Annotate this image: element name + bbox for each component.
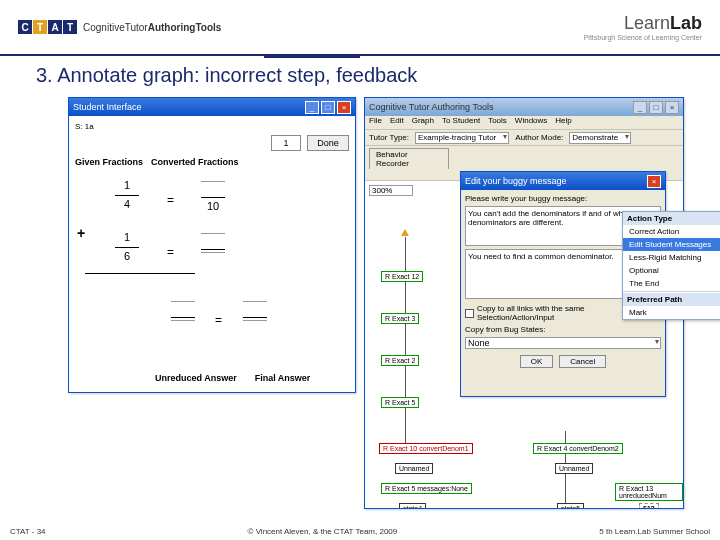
footer-left: CTAT - 34 (10, 527, 46, 536)
behavior-recorder-tab[interactable]: Behavior Recorder (369, 148, 449, 169)
ctat-label-bold: AuthoringTools (148, 22, 222, 33)
ctat-logo-t: T (33, 20, 47, 34)
state-node-b13[interactable]: §13 (639, 503, 659, 508)
final-answer[interactable] (243, 299, 267, 334)
ctx-edit-messages[interactable]: Edit Student Messages (623, 238, 720, 251)
student-section-label: S: 1a (75, 122, 349, 131)
final-label: Final Answer (255, 373, 311, 383)
sum-line (85, 273, 195, 274)
slide-title: 3. Annotate graph: incorrect step, feedb… (0, 56, 720, 93)
ok-button[interactable]: OK (520, 355, 554, 368)
close-button[interactable]: × (647, 175, 661, 188)
converted-fraction-2[interactable] (201, 231, 225, 266)
edge-label[interactable]: R Exact 4 convertDenom2 (533, 443, 623, 454)
state-node[interactable]: Unnamed (555, 463, 593, 474)
footer-right: 5 th Learn.Lab Summer School (599, 527, 710, 536)
graph-edge (405, 237, 406, 447)
ctx-optional[interactable]: Optional (623, 264, 720, 277)
given-den-1: 4 (115, 198, 139, 212)
author-mode-dropdown[interactable]: Demonstrate (569, 132, 631, 144)
student-interface-title: Student Interface (73, 102, 142, 112)
ctat-logo-t2: T (63, 20, 77, 34)
unreduced-label: Unreduced Answer (155, 373, 237, 383)
learnlab-light: Learn (624, 13, 670, 33)
menu-file[interactable]: File (369, 116, 382, 129)
given-fraction-1: 1 4 (115, 179, 139, 212)
zoom-level[interactable]: 300% (369, 185, 413, 196)
converted-fractions-label: Converted Fractions (151, 157, 239, 167)
equals-1: = (167, 193, 174, 207)
learnlab-bold: Lab (670, 13, 702, 33)
cancel-button[interactable]: Cancel (559, 355, 606, 368)
edge-label[interactable]: R Exact 12 (381, 271, 423, 282)
edge-label-buggy[interactable]: R Exact 10 convertDenom1 (379, 443, 473, 454)
copy-from-dropdown[interactable]: None (465, 337, 661, 349)
ctat-logo-text: CognitiveTutorAuthoringTools (83, 22, 221, 33)
ctx-the-end[interactable]: The End (623, 277, 720, 290)
minimize-button[interactable]: _ (633, 101, 647, 114)
student-interface-window: Student Interface _ □ × S: 1a 1 Done Giv… (68, 97, 356, 393)
copy-all-links-checkbox[interactable] (465, 309, 474, 318)
menu-bar[interactable]: File Edit Graph To Student Tools Windows… (365, 116, 683, 130)
maximize-button[interactable]: □ (321, 101, 335, 114)
student-interface-titlebar[interactable]: Student Interface _ □ × (69, 98, 355, 116)
edge-label[interactable]: R Exact 5 messages:None (381, 483, 472, 494)
buggy-title: Edit your buggy message (465, 176, 567, 186)
authoring-title: Cognitive Tutor Authoring Tools (369, 102, 493, 112)
state-node[interactable]: Unnamed (395, 463, 433, 474)
author-mode-label: Author Mode: (515, 133, 563, 142)
ctat-label-light: CognitiveTutor (83, 22, 148, 33)
state-node[interactable]: state5 (557, 503, 584, 508)
learnlab-logo: LearnLab Pittsburgh Science of Learning … (584, 13, 702, 41)
edge-label[interactable]: R Exact 3 (381, 313, 419, 324)
tutor-type-dropdown[interactable]: Example-tracing Tutor (415, 132, 509, 144)
copy-from-label: Copy from Bug States: (465, 325, 661, 334)
ctx-mark[interactable]: Mark (623, 306, 720, 319)
slide-footer: CTAT - 34 © Vincent Aleven, & the CTAT T… (0, 527, 720, 536)
authoring-titlebar[interactable]: Cognitive Tutor Authoring Tools _ □ × (365, 98, 683, 116)
step-number-box[interactable]: 1 (271, 135, 301, 151)
plus-sign: + (77, 225, 85, 241)
given-fraction-2: 1 6 (115, 231, 139, 264)
ctx-header-preferred: Preferred Path (623, 293, 720, 306)
action-type-context-menu[interactable]: Action Type Correct Action Edit Student … (622, 211, 720, 320)
tutor-type-label: Tutor Type: (369, 133, 409, 142)
close-button[interactable]: × (665, 101, 679, 114)
start-node-icon (401, 229, 409, 236)
unreduced-answer[interactable] (171, 299, 195, 334)
converted-den-1: 10 (201, 200, 225, 214)
ctx-correct-action[interactable]: Correct Action (623, 225, 720, 238)
ctat-logo-a: A (48, 20, 62, 34)
buggy-message-label: Please write your buggy message: (465, 194, 661, 203)
close-button[interactable]: × (337, 101, 351, 114)
header-underline-segment (264, 56, 360, 58)
ctx-less-rigid[interactable]: Less-Rigid Matching (623, 251, 720, 264)
buggy-titlebar[interactable]: Edit your buggy message × (461, 172, 665, 190)
edge-label[interactable]: R Exact 2 (381, 355, 419, 366)
given-den-2: 6 (115, 250, 139, 264)
minimize-button[interactable]: _ (305, 101, 319, 114)
ctat-logo-c: C (18, 20, 32, 34)
menu-graph[interactable]: Graph (412, 116, 434, 129)
menu-tools[interactable]: Tools (488, 116, 507, 129)
ctat-logo: C T A T CognitiveTutorAuthoringTools (18, 20, 221, 34)
slide-header: C T A T CognitiveTutorAuthoringTools Lea… (0, 0, 720, 56)
given-num-2: 1 (115, 231, 139, 245)
menu-tostudent[interactable]: To Student (442, 116, 480, 129)
menu-edit[interactable]: Edit (390, 116, 404, 129)
equals-3: = (215, 313, 222, 327)
edge-label[interactable]: R Exact 5 (381, 397, 419, 408)
menu-help[interactable]: Help (555, 116, 571, 129)
converted-fraction-1[interactable]: 10 (201, 179, 225, 214)
given-fractions-label: Given Fractions (75, 157, 143, 167)
given-num-1: 1 (115, 179, 139, 193)
edge-label[interactable]: R Exact 13 unreducedNum (615, 483, 683, 501)
maximize-button[interactable]: □ (649, 101, 663, 114)
ctx-header-action-type: Action Type (623, 212, 720, 225)
ctat-logo-boxes: C T A T (18, 20, 77, 34)
done-button[interactable]: Done (307, 135, 349, 151)
toolbar: Tutor Type: Example-tracing Tutor Author… (365, 130, 683, 146)
state-node[interactable]: state4 (399, 503, 426, 508)
menu-windows[interactable]: Windows (515, 116, 547, 129)
equals-2: = (167, 245, 174, 259)
